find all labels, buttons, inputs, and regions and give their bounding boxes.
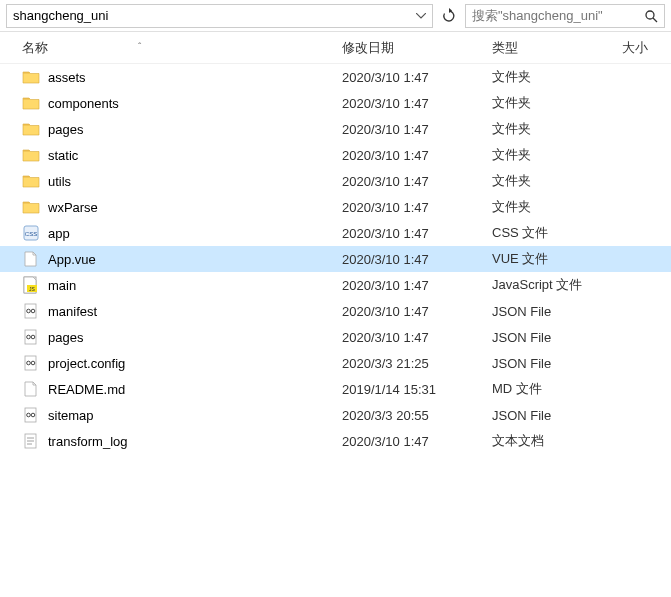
cell-date: 2020/3/10 1:47 bbox=[342, 70, 492, 85]
cell-date: 2020/3/3 21:25 bbox=[342, 356, 492, 371]
svg-line-1 bbox=[653, 18, 657, 22]
folder-icon bbox=[22, 120, 40, 138]
header-size[interactable]: 大小 bbox=[622, 39, 671, 57]
header-type-label: 类型 bbox=[492, 40, 518, 55]
file-name: App.vue bbox=[48, 252, 96, 267]
cell-name: README.md bbox=[22, 380, 342, 398]
cell-date: 2020/3/10 1:47 bbox=[342, 148, 492, 163]
file-row[interactable]: CSSapp2020/3/10 1:47CSS 文件 bbox=[0, 220, 671, 246]
cell-name: wxParse bbox=[22, 198, 342, 216]
cell-date: 2020/3/10 1:47 bbox=[342, 434, 492, 449]
cell-type: JSON File bbox=[492, 356, 622, 371]
search-placeholder: 搜索"shangcheng_uni" bbox=[472, 7, 638, 25]
json-icon bbox=[22, 328, 40, 346]
cell-date: 2020/3/10 1:47 bbox=[342, 278, 492, 293]
cell-type: MD 文件 bbox=[492, 380, 622, 398]
cell-date: 2020/3/10 1:47 bbox=[342, 174, 492, 189]
file-row[interactable]: App.vue2020/3/10 1:47VUE 文件 bbox=[0, 246, 671, 272]
folder-icon bbox=[22, 146, 40, 164]
cell-date: 2020/3/10 1:47 bbox=[342, 252, 492, 267]
file-name: pages bbox=[48, 122, 83, 137]
cell-date: 2019/1/14 15:31 bbox=[342, 382, 492, 397]
header-size-label: 大小 bbox=[622, 40, 648, 55]
cell-date: 2020/3/10 1:47 bbox=[342, 96, 492, 111]
folder-icon bbox=[22, 94, 40, 112]
cell-date: 2020/3/3 20:55 bbox=[342, 408, 492, 423]
cell-date: 2020/3/10 1:47 bbox=[342, 226, 492, 241]
cell-name: pages bbox=[22, 120, 342, 138]
cell-type: 文件夹 bbox=[492, 120, 622, 138]
file-name: main bbox=[48, 278, 76, 293]
cell-name: CSSapp bbox=[22, 224, 342, 242]
cell-name: manifest bbox=[22, 302, 342, 320]
file-row[interactable]: project.config2020/3/3 21:25JSON File bbox=[0, 350, 671, 376]
refresh-button[interactable] bbox=[437, 4, 461, 28]
header-type[interactable]: 类型 bbox=[492, 39, 622, 57]
file-name: sitemap bbox=[48, 408, 94, 423]
js-icon: JS bbox=[22, 276, 40, 294]
cell-name: assets bbox=[22, 68, 342, 86]
file-row[interactable]: pages2020/3/10 1:47JSON File bbox=[0, 324, 671, 350]
cell-name: pages bbox=[22, 328, 342, 346]
file-row[interactable]: components2020/3/10 1:47文件夹 bbox=[0, 90, 671, 116]
css-icon: CSS bbox=[22, 224, 40, 242]
file-name: manifest bbox=[48, 304, 97, 319]
text-icon bbox=[22, 432, 40, 450]
file-row[interactable]: assets2020/3/10 1:47文件夹 bbox=[0, 64, 671, 90]
file-name: static bbox=[48, 148, 78, 163]
file-icon bbox=[22, 250, 40, 268]
folder-icon bbox=[22, 198, 40, 216]
file-name: utils bbox=[48, 174, 71, 189]
svg-text:CSS: CSS bbox=[25, 231, 37, 237]
file-name: project.config bbox=[48, 356, 125, 371]
cell-date: 2020/3/10 1:47 bbox=[342, 304, 492, 319]
file-row[interactable]: sitemap2020/3/3 20:55JSON File bbox=[0, 402, 671, 428]
cell-name: JSmain bbox=[22, 276, 342, 294]
json-icon bbox=[22, 406, 40, 424]
cell-name: App.vue bbox=[22, 250, 342, 268]
cell-type: 文本文档 bbox=[492, 432, 622, 450]
cell-name: project.config bbox=[22, 354, 342, 372]
cell-type: 文件夹 bbox=[492, 94, 622, 112]
cell-type: 文件夹 bbox=[492, 198, 622, 216]
file-row[interactable]: README.md2019/1/14 15:31MD 文件 bbox=[0, 376, 671, 402]
cell-type: JSON File bbox=[492, 408, 622, 423]
cell-name: utils bbox=[22, 172, 342, 190]
search-icon bbox=[644, 9, 658, 23]
cell-type: 文件夹 bbox=[492, 146, 622, 164]
folder-icon bbox=[22, 68, 40, 86]
file-name: assets bbox=[48, 70, 86, 85]
file-row[interactable]: manifest2020/3/10 1:47JSON File bbox=[0, 298, 671, 324]
chevron-down-icon[interactable] bbox=[416, 13, 426, 19]
header-name-label: 名称 bbox=[22, 39, 48, 57]
cell-type: JSON File bbox=[492, 304, 622, 319]
json-icon bbox=[22, 302, 40, 320]
file-icon bbox=[22, 380, 40, 398]
file-row[interactable]: wxParse2020/3/10 1:47文件夹 bbox=[0, 194, 671, 220]
address-bar[interactable]: shangcheng_uni bbox=[6, 4, 433, 28]
cell-date: 2020/3/10 1:47 bbox=[342, 330, 492, 345]
cell-date: 2020/3/10 1:47 bbox=[342, 122, 492, 137]
file-row[interactable]: utils2020/3/10 1:47文件夹 bbox=[0, 168, 671, 194]
file-name: pages bbox=[48, 330, 83, 345]
header-date[interactable]: 修改日期 bbox=[342, 39, 492, 57]
file-name: wxParse bbox=[48, 200, 98, 215]
folder-icon bbox=[22, 172, 40, 190]
cell-name: sitemap bbox=[22, 406, 342, 424]
file-name: transform_log bbox=[48, 434, 127, 449]
cell-type: JavaScript 文件 bbox=[492, 276, 622, 294]
header-name[interactable]: 名称 ˆ bbox=[22, 39, 342, 57]
file-row[interactable]: transform_log2020/3/10 1:47文本文档 bbox=[0, 428, 671, 454]
cell-type: 文件夹 bbox=[492, 172, 622, 190]
cell-type: VUE 文件 bbox=[492, 250, 622, 268]
sort-indicator-icon: ˆ bbox=[138, 42, 141, 53]
cell-name: static bbox=[22, 146, 342, 164]
search-input[interactable]: 搜索"shangcheng_uni" bbox=[465, 4, 665, 28]
address-bar-text: shangcheng_uni bbox=[13, 8, 416, 23]
json-icon bbox=[22, 354, 40, 372]
file-row[interactable]: JSmain2020/3/10 1:47JavaScript 文件 bbox=[0, 272, 671, 298]
file-row[interactable]: pages2020/3/10 1:47文件夹 bbox=[0, 116, 671, 142]
file-row[interactable]: static2020/3/10 1:47文件夹 bbox=[0, 142, 671, 168]
file-list: assets2020/3/10 1:47文件夹components2020/3/… bbox=[0, 64, 671, 454]
cell-type: JSON File bbox=[492, 330, 622, 345]
